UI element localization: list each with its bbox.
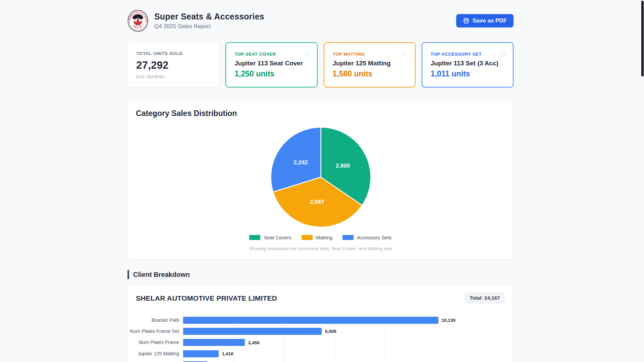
pie-legend: Seat CoversMattingAccessory Sets (128, 235, 513, 240)
category-pie-chart: 2,6002,6872,242 (270, 127, 371, 228)
printer-icon (463, 17, 470, 24)
total-units-note: Excl. Nut Bolts (136, 74, 211, 79)
bar-category-label: Bracket Patti (125, 317, 179, 324)
legend-swatch (342, 235, 354, 240)
bar-num-plates-frame (183, 339, 245, 346)
scrollbar-thumb[interactable] (641, 1, 644, 76)
legend-label: Seat Covers (264, 235, 291, 240)
client-name: SHELAR AUTOMOTIVE PRIVATE LIMITED (136, 294, 277, 302)
legend-swatch (302, 235, 313, 240)
stat-card-top-seat-cover: TOP SEAT COVER Jupiter 113 Seat Cover 1,… (225, 42, 317, 87)
client-total-badge: Total: 24,167 (465, 292, 505, 303)
top-seat-cover-units: 1,250 units (234, 69, 308, 78)
bar-category-label: Jupiter 125 Matting (125, 350, 179, 357)
client-bar-plot: Bracket Patti10,130Num Plates Frame Set5… (183, 314, 485, 362)
page-header: SUPER SEATS & ACCESSORIES SINCE 1950 • P… (127, 10, 514, 32)
top-seat-cover-product: Jupiter 113 Seat Cover (234, 60, 308, 67)
page-subtitle: Q4 2025 Sales Report (154, 23, 264, 30)
trophy-icon-placeholder (501, 52, 504, 57)
legend-item: Matting (302, 235, 332, 240)
pie-chart-title: Category Sales Distribution (136, 109, 237, 118)
bar-num-plates-frame-set (183, 328, 322, 335)
bar-value-label: 10,130 (442, 317, 455, 323)
trophy-icon-placeholder (305, 52, 309, 57)
stat-card-total-units: TOTAL UNITS SOLD 27,292 Excl. Nut Bolts (127, 42, 219, 87)
stat-card-label: TOP ACCESSORY SET (431, 52, 482, 57)
legend-label: Matting (316, 235, 332, 240)
bar-value-label: 1,410 (222, 351, 233, 357)
bar-bracket-patti (183, 317, 438, 324)
trophy-icon-placeholder (403, 52, 407, 57)
client-breakdown-title: Client Breakdown (133, 271, 190, 279)
heading-accent-bar (127, 270, 129, 279)
pie-data-label: 2,687 (310, 199, 324, 205)
total-units-value: 27,292 (136, 59, 211, 71)
top-matting-units: 1,580 units (333, 69, 407, 78)
client-card-shelar: SHELAR AUTOMOTIVE PRIVATE LIMITED Total:… (127, 285, 514, 362)
client-breakdown-heading: Client Breakdown (127, 270, 190, 279)
pie-chart-note: Showing breakdown for Accessory Sets, Se… (128, 246, 513, 251)
divider (136, 120, 505, 120)
stat-card-label: TOP MATTING (333, 52, 365, 57)
legend-item: Accessory Sets (342, 235, 391, 240)
bar-category-label: Num Plates Frame (125, 339, 179, 346)
scrollbar[interactable] (641, 0, 644, 362)
category-distribution-card: Category Sales Distribution 2,6002,6872,… (127, 100, 514, 260)
legend-item: Seat Covers (249, 235, 291, 240)
pie-data-label: 2,242 (293, 159, 308, 166)
divider (136, 306, 505, 306)
bar-jupiter-125-matting (183, 350, 219, 357)
stat-card-top-matting: TOP MATTING Jupiter 125 Matting 1,580 un… (324, 42, 416, 87)
save-as-pdf-label: Save as PDF (473, 17, 507, 24)
top-accessory-units: 1,011 units (431, 69, 504, 78)
stat-card-label: TOP SEAT COVER (234, 52, 276, 57)
bar-value-label: 5,500 (325, 328, 336, 335)
stat-cards-row: TOTAL UNITS SOLD 27,292 Excl. Nut Bolts … (127, 42, 514, 87)
page-title: Super Seats & Accessories (154, 12, 264, 21)
company-logo: SUPER SEATS & ACCESSORIES SINCE 1950 • P… (127, 10, 148, 32)
stat-card-label: TOTAL UNITS SOLD (136, 51, 211, 56)
gridline (485, 314, 486, 362)
bar-category-label: Num Plates Frame Set (125, 328, 179, 335)
save-as-pdf-button[interactable]: Save as PDF (456, 14, 514, 27)
stat-card-top-accessory-set: TOP ACCESSORY SET Jupiter 113 Set (3 Acc… (422, 42, 514, 87)
legend-swatch (249, 235, 260, 240)
bar-value-label: 2,450 (248, 340, 260, 346)
top-matting-product: Jupiter 125 Matting (333, 60, 407, 67)
legend-label: Accessory Sets (357, 235, 391, 240)
pie-data-label: 2,600 (336, 163, 350, 169)
top-accessory-product: Jupiter 113 Set (3 Acc) (431, 60, 504, 67)
